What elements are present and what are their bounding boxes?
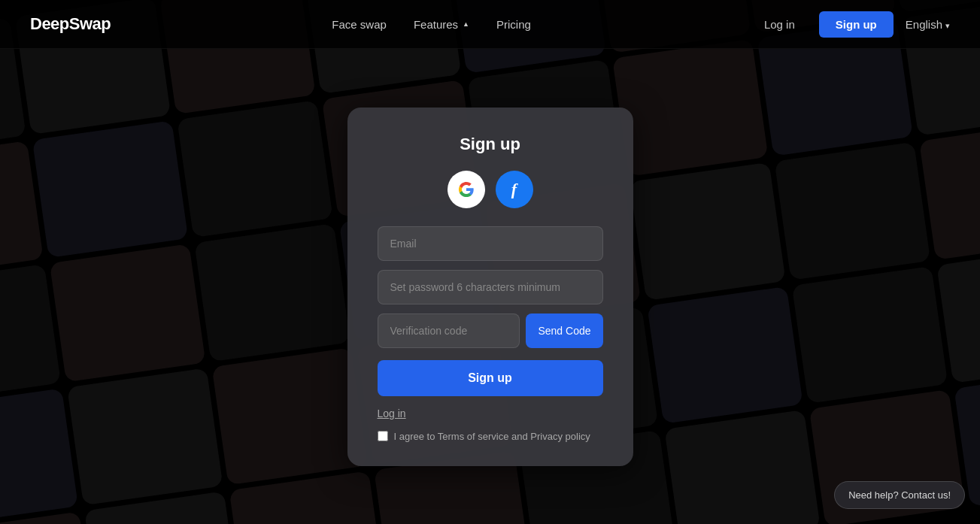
main-content: Sign up f xyxy=(0,49,980,524)
nav-center: Face swap Features Pricing xyxy=(332,18,531,31)
login-link-row: Log in xyxy=(378,407,603,420)
nav-right: Log in Sign up English xyxy=(752,11,950,38)
features-chevron-icon xyxy=(463,20,469,29)
login-button[interactable]: Log in xyxy=(752,12,807,37)
login-link[interactable]: Log in xyxy=(378,407,406,420)
facebook-icon: f xyxy=(511,181,517,198)
nav-features[interactable]: Features xyxy=(414,18,469,31)
language-selector[interactable]: English xyxy=(906,18,950,31)
google-icon xyxy=(458,181,475,198)
signup-nav-button[interactable]: Sign up xyxy=(819,11,894,38)
verification-code-input[interactable] xyxy=(378,313,520,348)
email-field-group xyxy=(378,226,603,261)
social-buttons-row: f xyxy=(378,171,603,208)
modal-title: Sign up xyxy=(378,135,603,154)
google-signin-button[interactable] xyxy=(448,171,485,208)
navbar: DeepSwap Face swap Features Pricing Log … xyxy=(0,0,980,49)
password-field-group xyxy=(378,270,603,304)
verification-field-group: Send Code xyxy=(378,313,603,348)
agree-text: I agree to Terms of service and Privacy … xyxy=(394,431,590,442)
password-input[interactable] xyxy=(378,270,603,304)
send-code-button[interactable]: Send Code xyxy=(526,313,602,348)
language-chevron-icon xyxy=(945,18,950,31)
agree-row: I agree to Terms of service and Privacy … xyxy=(378,431,603,442)
signup-submit-button[interactable]: Sign up xyxy=(378,360,603,396)
nav-pricing[interactable]: Pricing xyxy=(496,18,531,31)
help-contact-button[interactable]: Need help? Contact us! xyxy=(834,481,965,509)
verification-row: Send Code xyxy=(378,313,603,348)
facebook-signin-button[interactable]: f xyxy=(496,171,533,208)
nav-face-swap[interactable]: Face swap xyxy=(332,18,387,31)
agree-checkbox[interactable] xyxy=(378,431,388,441)
email-input[interactable] xyxy=(378,226,603,261)
brand-logo[interactable]: DeepSwap xyxy=(30,14,111,34)
signup-modal: Sign up f xyxy=(347,108,633,466)
